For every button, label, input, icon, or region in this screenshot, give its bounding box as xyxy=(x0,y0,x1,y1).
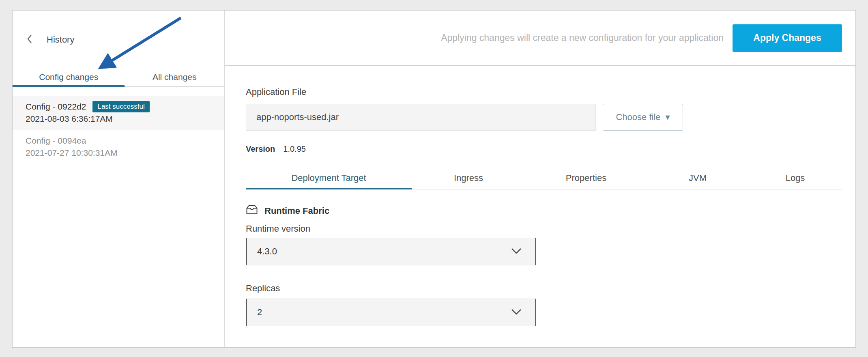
caret-down-icon: ▾ xyxy=(666,112,670,123)
main-panel: Applying changes will create a new confi… xyxy=(225,11,856,347)
choose-file-label: Choose file xyxy=(616,112,660,123)
history-sidebar: History Config changes All changes Confi… xyxy=(13,11,225,347)
app-window: History Config changes All changes Confi… xyxy=(12,10,856,348)
list-item[interactable]: Config - 0922d2 Last successful 2021-08-… xyxy=(13,96,224,130)
file-row: app-noports-used.jar Choose file ▾ xyxy=(246,104,683,131)
version-label: Version xyxy=(246,144,275,154)
history-header: History xyxy=(26,32,74,48)
config-name: Config - 0922d2 xyxy=(26,102,86,112)
history-tabs: Config changes All changes xyxy=(13,67,224,87)
tab-all-changes[interactable]: All changes xyxy=(125,67,224,86)
chevron-down-icon xyxy=(511,246,522,257)
back-button[interactable] xyxy=(26,33,33,46)
application-file-input[interactable]: app-noports-used.jar xyxy=(246,104,596,131)
chevron-left-icon xyxy=(26,33,33,46)
history-title: History xyxy=(47,34,74,45)
config-timestamp: 2021-07-27 10:30:31AM xyxy=(26,148,118,158)
replicas-label: Replicas xyxy=(246,283,280,294)
runtime-fabric-icon xyxy=(246,204,258,217)
version-row: Version 1.0.95 xyxy=(246,144,306,154)
tab-properties[interactable]: Properties xyxy=(525,167,647,189)
chevron-down-icon xyxy=(511,307,522,318)
tab-ingress[interactable]: Ingress xyxy=(412,167,525,189)
config-name: Config - 0094ea xyxy=(26,136,86,146)
tab-logs[interactable]: Logs xyxy=(748,167,842,189)
tab-jvm[interactable]: JVM xyxy=(647,167,748,189)
version-value: 1.0.95 xyxy=(283,144,306,154)
settings-tabs: Deployment Target Ingress Properties JVM… xyxy=(246,167,842,189)
apply-notice-text: Applying changes will create a new confi… xyxy=(441,32,724,43)
list-item[interactable]: Config - 0094ea 2021-07-27 10:30:31AM xyxy=(13,130,224,164)
status-badge: Last successful xyxy=(92,101,149,112)
history-list: Config - 0922d2 Last successful 2021-08-… xyxy=(13,96,224,164)
apply-changes-button[interactable]: Apply Changes xyxy=(733,24,842,52)
config-timestamp: 2021-08-03 6:36:17AM xyxy=(26,114,113,124)
tab-config-changes[interactable]: Config changes xyxy=(13,67,125,86)
runtime-fabric-title-row: Runtime Fabric xyxy=(246,204,329,217)
runtime-fabric-title: Runtime Fabric xyxy=(264,206,329,216)
replicas-value: 2 xyxy=(257,307,262,318)
runtime-version-select[interactable]: 4.3.0 xyxy=(246,238,536,265)
choose-file-button[interactable]: Choose file ▾ xyxy=(603,104,683,131)
runtime-version-label: Runtime version xyxy=(246,224,310,234)
tab-deployment-target[interactable]: Deployment Target xyxy=(246,167,412,189)
application-file-label: Application File xyxy=(246,87,306,97)
main-header: Applying changes will create a new confi… xyxy=(225,11,856,66)
runtime-version-value: 4.3.0 xyxy=(257,246,277,257)
replicas-select[interactable]: 2 xyxy=(246,299,536,326)
